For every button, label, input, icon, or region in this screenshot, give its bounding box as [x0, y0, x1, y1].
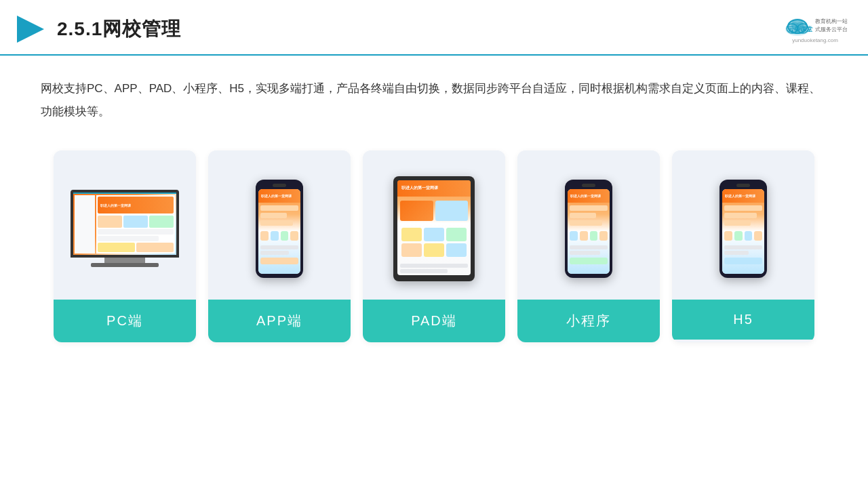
cards-container: 职进人的第一堂网课	[0, 130, 868, 356]
card-pc-label: PC端	[54, 300, 196, 342]
card-pad: 职进人的第一堂网课	[363, 150, 505, 342]
card-pc: 职进人的第一堂网课	[54, 150, 196, 342]
page-title: 2.5.1网校管理	[57, 16, 181, 42]
header-left: 2.5.1网校管理	[14, 12, 181, 46]
header: 2.5.1网校管理 云朵课堂 教育机构一站 式服务云平台 yunduoke	[0, 0, 868, 56]
card-h5-label: H5	[672, 300, 814, 340]
phone-mockup-h5: 职进人的第一堂网课	[719, 180, 767, 278]
logo-tagline: 教育机构一站 式服务云平台	[815, 18, 848, 33]
phone-mockup-miniapp: 职进人的第一堂网课	[565, 180, 612, 278]
card-miniapp-image: 职进人的第一堂网课	[517, 150, 660, 300]
svg-marker-0	[17, 16, 44, 43]
card-h5: 职进人的第一堂网课	[672, 150, 814, 342]
cloud-icon: 云朵课堂	[783, 16, 812, 36]
pc-mockup: 职进人的第一堂网课	[71, 190, 179, 267]
svg-text:云朵课堂: 云朵课堂	[788, 26, 812, 33]
card-app-label: APP端	[208, 300, 351, 342]
card-app-image: 职进人的第一堂网课	[208, 150, 351, 300]
description-text: 网校支持PC、APP、PAD、小程序、H5，实现多端打通，产品各终端自由切换，数…	[0, 56, 868, 130]
logo-area: 云朵课堂 教育机构一站 式服务云平台 yunduoketang.com	[783, 16, 848, 43]
play-icon	[14, 12, 47, 46]
card-pad-label: PAD端	[363, 300, 505, 342]
card-miniapp: 职进人的第一堂网课	[517, 150, 660, 342]
card-h5-image: 职进人的第一堂网课	[672, 150, 814, 300]
card-miniapp-label: 小程序	[517, 300, 660, 342]
card-app: 职进人的第一堂网课	[208, 150, 351, 342]
card-pc-image: 职进人的第一堂网课	[54, 150, 196, 300]
phone-mockup-app: 职进人的第一堂网课	[256, 180, 303, 278]
card-pad-image: 职进人的第一堂网课	[363, 150, 505, 300]
tablet-mockup: 职进人的第一堂网课	[393, 176, 475, 281]
logo-domain: yunduoketang.com	[792, 37, 838, 43]
